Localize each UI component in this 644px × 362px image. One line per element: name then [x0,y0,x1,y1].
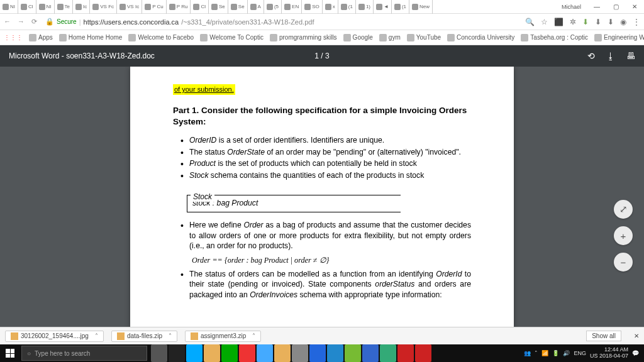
browser-tab[interactable]: A [248,0,264,14]
pdf-ext-icon[interactable]: ⬛ [554,18,564,26]
pdf-zoom-in-icon[interactable]: + [614,226,633,245]
ext-icon[interactable]: ✲ [570,18,576,26]
taskbar-app[interactable] [169,344,185,362]
taskbar-app[interactable] [380,344,396,362]
window-close[interactable]: ✕ [625,0,644,14]
system-tray[interactable]: 👥 ˄ 📶 🔋 🔊 ENG 12:44 AM US 2018-04-07 💬 [524,347,644,359]
browser-tab[interactable]: Cl [18,0,36,14]
browser-tab[interactable]: Ic [73,0,90,14]
tray-volume-icon[interactable]: 🔊 [563,350,570,356]
browser-tab[interactable]: Te [55,0,73,14]
url-field[interactable]: 🔒 Secure | https://users.encs.concordia.… [45,18,520,26]
taskbar-search[interactable]: ○ Type here to search [21,346,147,361]
download-icon[interactable]: ⬇ [582,18,589,26]
window-minimize[interactable]: — [587,0,606,14]
nav-forward-icon[interactable]: → [18,18,26,26]
bookmark-item[interactable]: gym [379,34,401,41]
taskbar-app[interactable] [257,344,273,362]
pdf-fit-icon[interactable]: ⤢ [614,200,633,219]
download-item[interactable]: assignment3.zip˄ [185,331,261,342]
browser-tab[interactable]: (5 [264,0,282,14]
chevron-up-icon[interactable]: ˄ [95,332,98,339]
tray-people-icon[interactable]: 👥 [524,350,531,356]
browser-tab[interactable]: (1 [338,0,356,14]
browser-tab[interactable]: VS Fc [90,0,117,14]
taskbar-app[interactable] [186,344,203,362]
download-item[interactable]: 30126002_159464....jpg˄ [5,331,104,342]
bookmark-icon [521,34,528,41]
taskbar-app[interactable] [274,344,291,362]
bookmark-item[interactable]: Home Home Home [59,34,123,41]
download3-icon[interactable]: ⬇ [608,18,614,26]
bookmark-item[interactable]: Welcome To Coptic [200,34,264,41]
profile-icon[interactable]: ◉ [620,18,626,26]
pdf-download-icon[interactable]: ⭳ [606,51,615,61]
tray-notifications-icon[interactable]: 💬 [632,350,639,356]
bookmark-item[interactable]: Google [343,34,373,41]
pdf-viewport[interactable]: of your submission. Part 1. Consider the… [0,67,644,327]
browser-tab[interactable]: P Ru [167,0,191,14]
taskbar-app[interactable] [345,344,361,362]
taskbar-app[interactable] [327,344,343,362]
bookmark-item[interactable]: Tasbeha.org : Coptic [521,34,588,41]
bookmark-icon [59,34,67,41]
chevron-up-icon[interactable]: ˄ [252,332,255,339]
taskbar-app[interactable] [204,344,220,362]
tab-label: (1 [348,4,353,9]
start-button[interactable] [0,344,20,362]
browser-tab[interactable]: ◄ [374,0,392,14]
pdf-print-icon[interactable]: 🖶 [626,51,635,61]
pdf-rotate-icon[interactable]: ⟲ [587,51,595,61]
bookmark-item[interactable]: Concordia University [447,34,514,41]
browser-tab[interactable]: New [409,0,433,14]
star-icon[interactable]: ☆ [541,18,548,26]
taskbar-app[interactable] [415,344,431,362]
bookmark-item[interactable]: Welcome to Facebo [128,34,194,41]
pdf-zoom-out-icon[interactable]: − [614,253,633,272]
show-all-button[interactable]: Show all [586,331,621,341]
browser-tab[interactable]: EN [282,0,302,14]
taskbar-app[interactable] [397,344,414,362]
taskbar-app[interactable] [292,344,308,362]
apps-icon[interactable]: ⋮⋮⋮ [4,34,23,41]
nav-back-icon[interactable]: ← [4,18,13,26]
menu-icon[interactable]: ⋮ [633,18,640,26]
taskbar-app[interactable] [362,344,379,362]
taskbar-app[interactable] [151,344,167,362]
favicon [145,4,151,10]
nav-reload-icon[interactable]: ⟳ [31,18,40,26]
tray-wifi-icon[interactable]: 📶 [541,350,548,356]
browser-tab[interactable]: Cl [191,0,209,14]
taskbar-app[interactable] [221,344,238,362]
tray-lang[interactable]: ENG [574,350,586,356]
tray-clock[interactable]: 12:44 AM US 2018-04-07 [590,347,628,359]
browser-tab[interactable]: NI [0,0,18,14]
browser-tab[interactable]: NI [36,0,55,14]
taskbar-app[interactable] [239,344,255,362]
browser-tab[interactable]: Se [228,0,248,14]
window-maximize[interactable]: ▢ [606,0,625,14]
browser-tab[interactable]: VS Ic [117,0,142,14]
bookmark-item[interactable]: YouTube [407,34,441,41]
download2-icon[interactable]: ⬇ [595,18,601,26]
bookmark-item[interactable]: Engineering Writing [594,34,644,41]
favicon [211,4,218,10]
bookmark-item[interactable]: Apps [29,34,53,41]
download-item[interactable]: data-files.zip˄ [111,331,177,342]
taskbar-app[interactable] [309,344,326,362]
tray-chevron-icon[interactable]: ˄ [535,350,538,356]
secure-label: Secure [57,18,77,25]
chevron-up-icon[interactable]: ˄ [169,332,172,339]
schema-label: Stock [191,192,214,202]
browser-tab[interactable]: (1 [392,0,409,14]
browser-tab[interactable]: SO [302,0,323,14]
bookmark-item[interactable]: promgramming skills [270,34,337,41]
zoom-icon[interactable]: 🔍 [525,18,535,26]
downloads-close-icon[interactable]: ✕ [634,332,639,339]
browser-tab[interactable]: 1) [356,0,374,14]
browser-tab[interactable]: x [323,0,338,14]
favicon [21,4,27,10]
tray-battery-icon[interactable]: 🔋 [552,350,559,356]
browser-tab[interactable]: Se [209,0,228,14]
browser-tab[interactable]: P Cu [142,0,167,14]
